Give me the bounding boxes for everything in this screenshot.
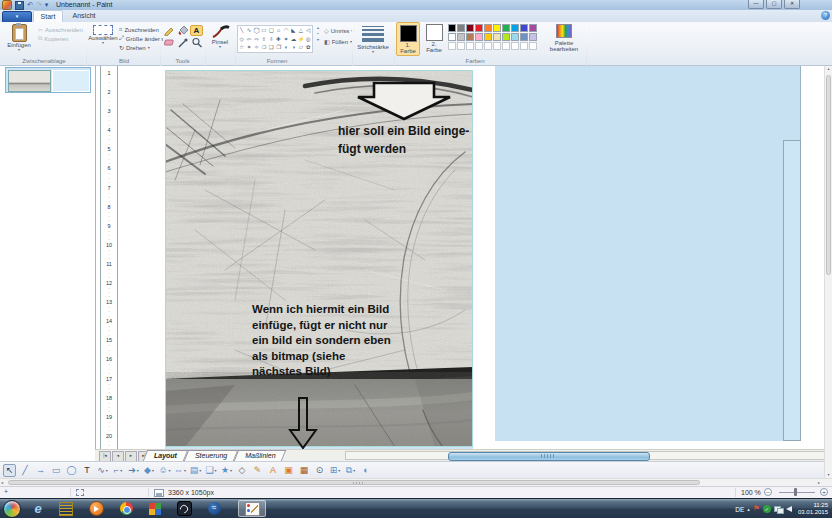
- horizontal-scrollbar-thumb[interactable]: [8, 480, 700, 485]
- shape-cell[interactable]: ✦: [282, 35, 289, 44]
- oo-scrollbar-thumb[interactable]: [448, 452, 650, 461]
- empty-swatch[interactable]: [502, 42, 510, 50]
- show-hidden-icons-icon[interactable]: ▴: [747, 506, 750, 512]
- color1-button[interactable]: 1. Farbe: [396, 22, 420, 56]
- shape-cell[interactable]: ⇧: [260, 35, 267, 44]
- color-swatch[interactable]: [520, 33, 528, 41]
- text-tool[interactable]: T: [81, 464, 94, 477]
- text-tool-button[interactable]: A: [190, 25, 203, 36]
- zoom-out-button[interactable]: –: [764, 488, 772, 496]
- minimize-button[interactable]: —: [748, 0, 764, 9]
- shape-cell[interactable]: ⇦: [245, 35, 252, 44]
- help-icon[interactable]: ?: [821, 11, 830, 20]
- shape-cell[interactable]: ✚: [275, 35, 282, 44]
- shape-cell[interactable]: ☆: [238, 43, 245, 52]
- shape-cell[interactable]: ◯: [253, 26, 260, 35]
- maximize-button[interactable]: ▢: [766, 0, 782, 9]
- color2-button[interactable]: 2. Farbe: [422, 22, 446, 56]
- volume-icon[interactable]: [786, 506, 792, 512]
- color-swatch[interactable]: [448, 24, 456, 32]
- color-swatch[interactable]: [484, 24, 492, 32]
- taskbar-ie-icon[interactable]: e: [30, 501, 46, 516]
- fill-tool-button[interactable]: [176, 25, 189, 36]
- scroll-up-icon[interactable]: ▴: [825, 66, 832, 71]
- tab-ansicht[interactable]: Ansicht: [66, 10, 102, 22]
- shapes-scroll-up-icon[interactable]: ▴: [317, 25, 319, 30]
- empty-swatch[interactable]: [511, 42, 519, 50]
- crop-button[interactable]: ⌗ Zuschneiden: [119, 26, 159, 33]
- extrusion-tool[interactable]: ◐: [360, 464, 373, 477]
- shape-cell[interactable]: ◇: [238, 35, 245, 44]
- taskbar-media-app-icon[interactable]: [88, 501, 104, 516]
- color-picker-tool-button[interactable]: [176, 37, 189, 48]
- vertical-scrollbar[interactable]: ▴ ▾: [824, 66, 832, 478]
- shape-cell[interactable]: ✶: [245, 43, 252, 52]
- color-swatch[interactable]: [502, 33, 510, 41]
- color-swatch[interactable]: [529, 24, 537, 32]
- edit-points-tool[interactable]: ◇: [236, 464, 249, 477]
- color-swatch[interactable]: [493, 33, 501, 41]
- shape-cell[interactable]: ◎: [305, 35, 312, 44]
- paste-button[interactable]: Einfügen ▾: [3, 24, 35, 52]
- color-swatch[interactable]: [457, 33, 465, 41]
- ellipse-tool[interactable]: ◯: [65, 464, 78, 477]
- taskbar-chrome-icon[interactable]: [118, 501, 134, 516]
- color-swatch[interactable]: [484, 33, 492, 41]
- color-swatch[interactable]: [475, 24, 483, 32]
- gallery-tool[interactable]: ▦: [298, 464, 311, 477]
- pencil-tool-button[interactable]: [162, 25, 175, 36]
- stars-tool[interactable]: ★▾: [220, 464, 233, 477]
- shape-cell[interactable]: ╲: [238, 26, 245, 35]
- taskbar-openoffice-icon[interactable]: ≈: [206, 501, 222, 516]
- shape-cell[interactable]: ☁: [290, 35, 297, 44]
- shape-cell[interactable]: ⚡: [297, 35, 304, 44]
- shape-cell[interactable]: ▱: [297, 43, 304, 52]
- shape-cell[interactable]: ✿: [305, 43, 312, 52]
- color-swatch[interactable]: [448, 33, 456, 41]
- shape-cell[interactable]: △: [297, 26, 304, 35]
- select-dropdown-icon[interactable]: ▾: [102, 41, 104, 45]
- undo-icon[interactable]: ↶: [27, 1, 33, 9]
- fontwork-tool[interactable]: A: [267, 464, 280, 477]
- shape-cell[interactable]: ✧: [253, 43, 260, 52]
- paint-app-icon[interactable]: [2, 0, 12, 10]
- color-swatch[interactable]: [511, 24, 519, 32]
- brush-button[interactable]: Pinsel ▾: [207, 24, 233, 49]
- rectangle-tool[interactable]: ▭: [50, 464, 63, 477]
- shapes-scroll-mid-icon[interactable]: ▪: [317, 31, 318, 36]
- shape-cell[interactable]: ◑: [290, 43, 297, 52]
- clock[interactable]: 11:25 03.01.2015: [798, 502, 828, 516]
- select-button[interactable]: Auswählen ▾: [88, 25, 118, 45]
- arrow-tool[interactable]: →: [34, 464, 47, 477]
- paint-canvas[interactable]: 1···2···3···4···5···6···7···8···9···10··…: [0, 66, 832, 478]
- start-button[interactable]: [3, 500, 21, 518]
- shape-cell[interactable]: ▭: [260, 26, 267, 35]
- close-button[interactable]: ✕: [784, 0, 800, 9]
- safely-remove-icon[interactable]: ✓: [763, 505, 771, 513]
- empty-swatch[interactable]: [448, 42, 456, 50]
- resize-button[interactable]: ⤢ Größe ändern: [119, 35, 163, 42]
- shape-cell[interactable]: ◁: [305, 26, 312, 35]
- shape-cell[interactable]: ❍: [260, 43, 267, 52]
- line-tool[interactable]: ╱: [19, 464, 32, 477]
- shape-cell[interactable]: ⇩: [268, 35, 275, 44]
- magnifier-tool-button[interactable]: [190, 37, 203, 48]
- callouts-tool[interactable]: ❑▾: [205, 464, 218, 477]
- color-swatch[interactable]: [529, 33, 537, 41]
- customize-qat-icon[interactable]: ▾: [45, 1, 49, 9]
- scroll-down-icon[interactable]: ▾: [825, 472, 832, 477]
- cut-button[interactable]: ✂ Ausschneiden: [38, 26, 83, 33]
- taskbar-grid-app-icon[interactable]: [147, 501, 163, 516]
- redo-icon[interactable]: ↷: [36, 1, 42, 9]
- curve-tool[interactable]: ∿▾: [96, 464, 109, 477]
- empty-swatch[interactable]: [475, 42, 483, 50]
- language-indicator[interactable]: DE: [735, 506, 744, 513]
- empty-swatch[interactable]: [493, 42, 501, 50]
- layer-tab-steuerung[interactable]: Steuerung: [186, 450, 236, 461]
- camera-tool[interactable]: ⊙: [313, 464, 326, 477]
- taskbar-paint-icon-active[interactable]: [238, 500, 266, 517]
- edit-palette-button[interactable]: Palette bearbeiten: [546, 22, 582, 52]
- empty-swatch[interactable]: [520, 42, 528, 50]
- copy-button[interactable]: ⧉ Kopieren: [38, 35, 68, 42]
- empty-swatch[interactable]: [529, 42, 537, 50]
